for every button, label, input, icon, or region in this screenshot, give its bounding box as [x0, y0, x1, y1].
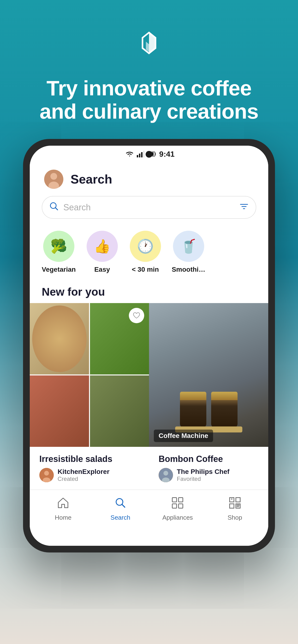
section-title: New for you [30, 278, 268, 303]
coffee-name: Bombon Coffee [159, 454, 259, 464]
easy-circle: 👍 [87, 231, 118, 262]
bottom-nav: Home Search [30, 490, 268, 528]
svg-rect-20 [172, 498, 177, 502]
svg-rect-0 [137, 155, 138, 158]
svg-rect-3 [143, 151, 144, 158]
svg-rect-25 [236, 498, 240, 502]
search-placeholder[interactable]: Search [63, 202, 235, 212]
status-bar: 9:41 [30, 146, 268, 162]
search-container: Search [30, 194, 268, 226]
search-icon [49, 202, 59, 213]
hero-section: Try innovative coffee and culinary creat… [0, 0, 298, 138]
food-image-1 [30, 303, 89, 374]
categories-row: 🥦 Vegetarian 👍 Easy 🕐 < 30 min 🥤 Smoothi… [30, 226, 268, 278]
search-nav-icon [114, 497, 127, 512]
svg-point-17 [163, 471, 168, 476]
home-label: Home [55, 514, 72, 521]
salad-author: KitchenExplorer Created [39, 468, 139, 482]
category-smoothie[interactable]: 🥤 Smoothi… [172, 231, 205, 273]
phone-outer: 9:41 Search [23, 139, 275, 552]
vegetarian-label: Vegetarian [42, 266, 76, 273]
nav-appliances[interactable]: Appliances [149, 497, 206, 521]
category-vegetarian[interactable]: 🥦 Vegetarian [42, 231, 76, 273]
food-image-4 [90, 376, 149, 447]
salad-author-name: KitchenExplorer [58, 468, 109, 476]
shop-label: Shop [227, 514, 242, 521]
nav-search[interactable]: Search [92, 497, 149, 521]
svg-rect-22 [172, 504, 177, 508]
coffee-background [149, 303, 268, 447]
front-camera [146, 151, 152, 158]
salad-author-avatar [39, 468, 54, 482]
category-quick[interactable]: 🕐 < 30 min [129, 231, 162, 273]
svg-point-7 [50, 173, 57, 180]
search-nav-label: Search [111, 514, 130, 521]
page-title: Search [71, 172, 112, 186]
phone-inner: 9:41 Search [30, 146, 268, 546]
search-bar[interactable]: Search [42, 196, 256, 219]
smoothie-circle: 🥤 [173, 231, 204, 262]
recipes-row: Coffee Machine [30, 303, 268, 447]
user-avatar[interactable] [44, 170, 63, 189]
nav-home[interactable]: Home [35, 497, 92, 521]
salad-card[interactable] [30, 303, 149, 447]
app-header: Search [30, 162, 268, 194]
wifi-icon [125, 151, 134, 158]
coffee-card[interactable]: Coffee Machine [149, 303, 268, 447]
svg-point-14 [44, 471, 49, 476]
app-logo [132, 29, 166, 62]
easy-label: Easy [94, 266, 110, 273]
coffee-author-name: The Philips Chef [177, 468, 229, 476]
category-easy[interactable]: 👍 Easy [85, 231, 119, 273]
phone-mockup: 9:41 Search [23, 139, 275, 552]
new-for-you-section: New for you [30, 278, 268, 490]
salad-info[interactable]: Irresistible salads [30, 452, 149, 485]
coffee-author-info: The Philips Chef Favorited [177, 468, 229, 482]
appliances-icon [171, 497, 184, 512]
svg-rect-26 [230, 504, 234, 508]
salad-author-action: Created [58, 476, 109, 482]
coffee-author-action: Favorited [177, 476, 229, 482]
home-icon [57, 497, 69, 512]
coffee-author-avatar [159, 468, 173, 482]
salad-author-info: KitchenExplorer Created [58, 468, 109, 482]
shop-icon [229, 497, 241, 512]
svg-rect-21 [179, 498, 183, 502]
hero-title: Try innovative coffee and culinary creat… [19, 77, 279, 123]
quick-label: < 30 min [132, 266, 159, 273]
favorite-button[interactable] [129, 308, 144, 323]
smoothie-label: Smoothi… [172, 266, 205, 273]
recipe-info-row: Irresistible salads [30, 447, 268, 490]
svg-rect-1 [139, 154, 140, 158]
quick-circle: 🕐 [130, 231, 161, 262]
status-time: 9:41 [159, 150, 175, 158]
svg-rect-23 [179, 504, 183, 508]
nav-shop[interactable]: Shop [206, 497, 264, 521]
svg-rect-2 [141, 152, 142, 158]
app-content: Search Search [30, 162, 268, 546]
coffee-info[interactable]: Bombon Coffee T [149, 452, 268, 485]
vegetarian-circle: 🥦 [43, 231, 74, 262]
salad-name: Irresistible salads [39, 454, 139, 464]
appliances-label: Appliances [163, 514, 193, 521]
food-image-3 [30, 376, 89, 447]
filter-icon[interactable] [239, 202, 249, 213]
coffee-author: The Philips Chef Favorited [159, 468, 259, 482]
signal-icon [137, 151, 144, 158]
coffee-badge: Coffee Machine [154, 430, 213, 442]
